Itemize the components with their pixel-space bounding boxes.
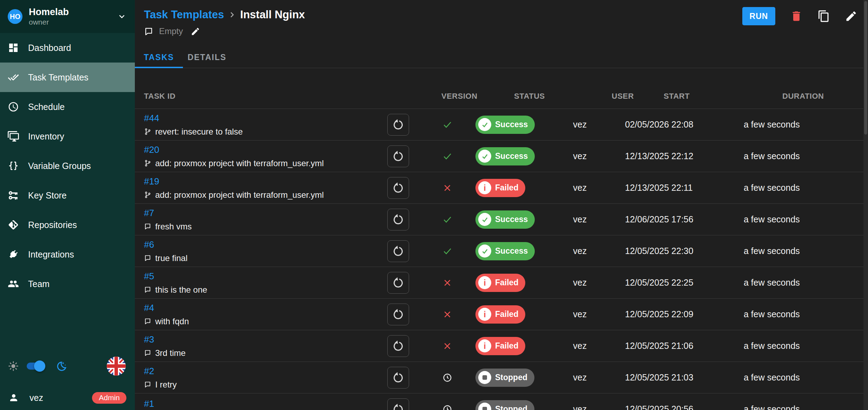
tab-details[interactable]: DETAILS [183, 47, 231, 68]
sidebar-item-variable-groups[interactable]: Variable Groups [0, 151, 135, 181]
retry-task-button[interactable] [387, 367, 409, 389]
task-start: 12/05/2025 22:09 [625, 309, 693, 319]
project-role: owner [29, 18, 69, 26]
retry-task-button[interactable] [387, 272, 409, 294]
edit-template-button[interactable] [845, 10, 857, 22]
sidebar-item-key-store[interactable]: Key Store [0, 181, 135, 210]
task-start: 12/13/2025 22:12 [625, 151, 693, 161]
delete-template-button[interactable] [790, 10, 803, 22]
table-row: #19 add: proxmox project with terraform_… [135, 172, 868, 204]
status-label: Failed [495, 278, 518, 287]
task-id-link[interactable]: #3 [144, 334, 154, 345]
retry-task-button[interactable] [387, 335, 409, 357]
check-all-icon [8, 72, 19, 83]
task-user: vez [573, 246, 587, 256]
sidebar-item-team[interactable]: Team [0, 269, 135, 299]
task-id-link[interactable]: #20 [144, 144, 159, 155]
col-start: START [625, 92, 744, 101]
status-badge: Stopped [475, 369, 534, 387]
sidebar-item-label: Task Templates [28, 72, 88, 83]
task-start: 12/05/2025 22:25 [625, 278, 693, 287]
chevron-right-icon [227, 9, 237, 20]
task-user: vez [573, 309, 587, 319]
task-id-link[interactable]: #6 [144, 239, 154, 250]
task-duration: a few seconds [744, 119, 800, 129]
retry-task-button[interactable] [387, 209, 409, 230]
status-badge: i Failed [475, 179, 525, 197]
version-status-icon [442, 214, 453, 225]
task-id-link[interactable]: #5 [144, 271, 154, 282]
status-label: Stopped [495, 404, 527, 410]
task-id-link[interactable]: #19 [144, 176, 159, 187]
status-icon: i [478, 308, 491, 321]
task-duration: a few seconds [744, 404, 800, 410]
restart-icon [392, 213, 405, 226]
version-status-icon [442, 278, 453, 288]
status-icon [478, 245, 491, 258]
task-id-link[interactable]: #2 [144, 366, 154, 377]
sidebar-item-dashboard[interactable]: Dashboard [0, 33, 135, 63]
monitor-multiple-icon [8, 131, 19, 142]
task-id-link[interactable]: #7 [144, 208, 154, 219]
retry-task-button[interactable] [387, 145, 409, 167]
scrollbar-thumb[interactable] [864, 1, 867, 135]
run-button[interactable]: RUN [742, 7, 775, 25]
copy-template-button[interactable] [817, 10, 830, 22]
retry-task-button[interactable] [387, 304, 409, 325]
restart-icon [392, 371, 405, 384]
sidebar-item-integrations[interactable]: Integrations [0, 240, 135, 269]
sidebar-item-label: Team [28, 279, 50, 289]
sidebar-item-label: Repositories [28, 220, 77, 230]
task-start: 12/05/2025 20:56 [625, 404, 693, 410]
table-row: #20 add: proxmox project with terraform_… [135, 141, 868, 172]
copy-icon [817, 10, 830, 22]
comment-icon [144, 223, 151, 230]
task-start: 12/05/2025 21:03 [625, 372, 693, 382]
task-id-link[interactable]: #44 [144, 113, 159, 124]
comment-icon [144, 27, 153, 36]
task-message: true final [155, 253, 188, 263]
retry-task-button[interactable] [387, 114, 409, 136]
table-row: #4 with fqdn i Failed vez 12/05/2025 22:… [135, 299, 868, 330]
comment-icon [144, 286, 151, 293]
retry-task-button[interactable] [387, 240, 409, 262]
dark-mode-toggle[interactable] [27, 363, 43, 370]
status-badge: Success [475, 210, 535, 229]
status-label: Success [495, 151, 528, 161]
task-duration: a few seconds [744, 214, 800, 224]
scrollbar[interactable] [863, 0, 868, 410]
retry-task-button[interactable] [387, 398, 409, 410]
project-switcher[interactable]: HO Homelab owner [0, 0, 135, 33]
sidebar-item-repositories[interactable]: Repositories [0, 210, 135, 240]
status-icon [478, 403, 491, 410]
status-icon [478, 150, 491, 163]
sidebar-item-label: Key Store [28, 190, 67, 201]
sidebar-item-schedule[interactable]: Schedule [0, 92, 135, 122]
table-row: #2 I retry Stopped vez 12/05/2025 21:03 … [135, 362, 868, 393]
task-id-link[interactable]: #1 [144, 398, 154, 409]
version-status-icon [442, 309, 453, 320]
restart-icon [392, 150, 405, 163]
people-icon [8, 278, 19, 289]
retry-task-button[interactable] [387, 177, 409, 199]
sidebar-item-label: Variable Groups [28, 161, 91, 171]
table-row: #44 revert: insecure to false Success ve… [135, 109, 868, 141]
task-id-link[interactable]: #4 [144, 302, 154, 313]
user-name: vez [29, 393, 43, 403]
edit-description-button[interactable] [191, 27, 200, 36]
status-icon [478, 371, 491, 384]
sidebar-item-inventory[interactable]: Inventory [0, 122, 135, 151]
task-message: I retry [155, 380, 177, 390]
status-icon [478, 118, 491, 131]
user-menu[interactable]: vez Admin [0, 385, 135, 410]
version-status-icon [442, 372, 453, 383]
tab-tasks[interactable]: TASKS [135, 47, 183, 68]
main-content: Task Templates Install Nginx RUN Empty [135, 0, 868, 410]
status-icon [478, 213, 491, 226]
language-flag-uk[interactable] [107, 357, 126, 376]
sidebar-item-task-templates[interactable]: Task Templates [0, 63, 135, 92]
task-duration: a few seconds [744, 278, 800, 287]
trash-icon [790, 10, 803, 22]
breadcrumb-parent-link[interactable]: Task Templates [144, 8, 224, 21]
task-message: this is the one [155, 285, 207, 295]
